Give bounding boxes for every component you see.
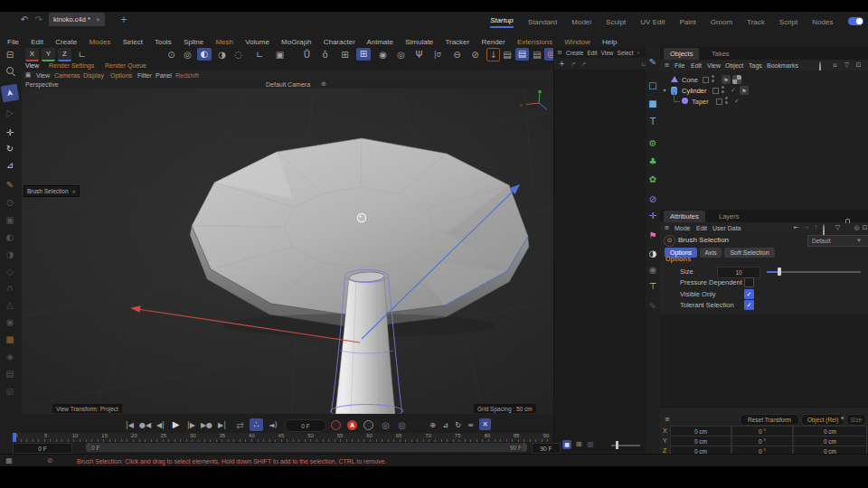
field-icon[interactable]: ⊘ xyxy=(646,193,659,206)
menu-render[interactable]: Render xyxy=(481,38,505,46)
y-axis-lock-button[interactable]: Y xyxy=(42,48,55,61)
om-filter-icon[interactable]: ▽ xyxy=(843,61,851,69)
layout-tab-standard[interactable]: Standard xyxy=(528,18,557,26)
texture-tag[interactable] xyxy=(732,75,741,84)
menu-mograph[interactable]: MoGraph xyxy=(281,38,311,46)
record-hierarchy-icon[interactable]: ◎ xyxy=(396,419,408,431)
visibility-dots[interactable] xyxy=(722,86,724,95)
undo-icon[interactable]: ↶ xyxy=(18,14,31,25)
size-slider-handle[interactable] xyxy=(778,267,781,276)
panel-menu-icon[interactable]: ▣ xyxy=(24,71,33,79)
record-scale-toggle[interactable]: ⊿ xyxy=(439,419,451,431)
menu-create[interactable]: Create xyxy=(55,38,77,46)
reset-transform-button[interactable]: Reset Transform xyxy=(740,414,799,426)
tab-render-queue[interactable]: Render Queue xyxy=(105,62,146,69)
cb-menu-edit[interactable]: Edit xyxy=(587,50,597,56)
up-icon[interactable]: ↑ xyxy=(812,224,820,231)
menu-window[interactable]: Window xyxy=(564,38,590,46)
render-settings-icon[interactable]: ▤ xyxy=(531,49,543,61)
dynamic-guides-icon[interactable]: ◎ xyxy=(394,49,408,61)
attr-menu-mode[interactable]: Mode xyxy=(675,225,691,231)
layer-toggle[interactable] xyxy=(716,99,722,105)
menu-volume[interactable]: Volume xyxy=(245,38,269,46)
phong-tag[interactable]: ⚑ xyxy=(740,86,749,95)
status-menu-icon[interactable]: ▦ xyxy=(4,457,14,465)
tree-row-cone[interactable]: Cone ⚑ xyxy=(660,74,868,85)
enabled-check-icon[interactable]: ✓ xyxy=(729,86,738,95)
keyframe-selection-button[interactable] xyxy=(363,420,373,430)
menu-simulate[interactable]: Simulate xyxy=(405,38,433,46)
tab-render-settings[interactable]: Render Settings xyxy=(49,62,94,69)
object-label[interactable]: Taper xyxy=(692,98,709,106)
attr-target-icon[interactable]: ◎ xyxy=(853,224,861,231)
record-rotation-toggle[interactable]: ↻ xyxy=(452,419,464,431)
tags-icon[interactable]: ⚑ xyxy=(646,230,659,242)
vp-menu-display[interactable]: Display xyxy=(83,72,104,79)
add-icon[interactable]: + xyxy=(559,60,565,68)
cb-menu-view[interactable]: View xyxy=(601,50,614,56)
subtab-soft-selection[interactable]: Soft Selection xyxy=(724,248,775,258)
vp-menu-view[interactable]: View xyxy=(36,72,50,79)
record-pla-toggle[interactable]: ✕ xyxy=(479,418,491,430)
expand-icon[interactable]: ▾ xyxy=(661,87,668,94)
coord-size-dropdown[interactable]: Size xyxy=(846,414,866,426)
scale-tool[interactable]: ⊿ xyxy=(2,159,18,172)
tab-close-icon[interactable]: ✕ xyxy=(96,16,100,23)
find-tool-icon[interactable] xyxy=(1,67,19,78)
viewport-layout-icon[interactable]: ▣ xyxy=(273,49,287,61)
playhead[interactable] xyxy=(13,433,16,442)
render-mode-icon[interactable]: ◎ xyxy=(2,385,18,398)
hud-close-icon[interactable]: ✕ xyxy=(72,189,76,194)
arrow-ne-icon[interactable]: ↗ xyxy=(571,61,576,68)
menu-file[interactable]: File xyxy=(7,38,19,46)
render-picture-viewer-icon[interactable]: ▤ xyxy=(515,48,529,61)
cube-primitive-icon[interactable]: ■ xyxy=(646,98,659,110)
layout-tab-model[interactable]: Model xyxy=(571,18,591,26)
current-frame-field[interactable]: 0 F xyxy=(285,419,326,432)
menu-mesh[interactable]: Mesh xyxy=(215,38,233,46)
om-menu-edit[interactable]: Edit xyxy=(691,62,702,69)
uv-mode-icon[interactable]: ◑ xyxy=(2,249,18,261)
layout-tab-uvedit[interactable]: UV Edit xyxy=(640,18,665,26)
volume-mode-icon[interactable]: ■ xyxy=(2,333,18,346)
quantize-icon[interactable]: ◉ xyxy=(376,49,390,61)
coord-mode-caret-icon[interactable]: ▾ xyxy=(839,416,845,422)
tool-hud-chip[interactable]: Brush Selection ✕ xyxy=(24,185,80,197)
point-mode-icon[interactable]: ◇ xyxy=(2,266,18,278)
text-object-icon[interactable]: T xyxy=(646,116,659,128)
phong-tag[interactable]: ⚑ xyxy=(722,75,731,84)
annotate-pen-icon[interactable]: ✎ xyxy=(646,300,659,313)
camera-create-icon[interactable]: ◉ xyxy=(646,264,659,277)
attr-menu-userdata[interactable]: User Data xyxy=(712,225,741,231)
om-menu-view[interactable]: View xyxy=(707,62,721,69)
preview-zoom-handle[interactable] xyxy=(616,441,618,449)
om-menu-bookmarks[interactable]: Bookmarks xyxy=(767,62,798,69)
section-options[interactable]: Options xyxy=(665,256,691,263)
axis-lock-icon[interactable]: ⊙ xyxy=(2,197,18,210)
layer-toggle[interactable] xyxy=(712,88,719,94)
visibility-dots[interactable] xyxy=(712,75,714,84)
prev-key-button[interactable]: ●◀ xyxy=(138,419,152,431)
simulation-mode-icon[interactable]: ◈ xyxy=(2,351,18,363)
layout-tab-startup[interactable]: Startup xyxy=(490,16,514,28)
document-tab[interactable]: kinoko.c4d * ✕ xyxy=(49,13,105,26)
layout-tab-script[interactable]: Script xyxy=(779,18,797,26)
menu-modes[interactable]: Modes xyxy=(89,38,110,46)
viewport-3d-canvas[interactable]: x xyxy=(22,89,553,414)
tolerant-checkbox[interactable]: ✓ xyxy=(744,300,754,310)
edge-mode-icon[interactable]: ∩ xyxy=(2,282,18,295)
texture-mode-icon[interactable]: ◐ xyxy=(2,231,18,244)
menu-help[interactable]: Help xyxy=(602,38,617,46)
sound-button[interactable]: ◄) xyxy=(266,419,280,431)
menu-select[interactable]: Select xyxy=(123,38,143,46)
tree-row-taper[interactable]: Taper ✓ xyxy=(660,96,868,107)
preview-list-icon[interactable]: ▦ xyxy=(586,440,595,449)
camera-badge-icon[interactable]: ⊕ xyxy=(320,80,327,88)
tree-row-cylinder[interactable]: ▾ Cylinder ✓ ⚑ xyxy=(660,85,868,96)
z-axis-lock-button[interactable]: Z xyxy=(58,48,71,61)
deformer-icon[interactable]: ✿ xyxy=(646,174,659,186)
back-icon[interactable]: ← xyxy=(792,224,800,231)
solo-single-icon[interactable]: ◐ xyxy=(197,48,212,61)
vp-menu-redshift[interactable]: Redshift xyxy=(175,72,199,79)
vp-menu-filter[interactable]: Filter xyxy=(137,72,152,79)
